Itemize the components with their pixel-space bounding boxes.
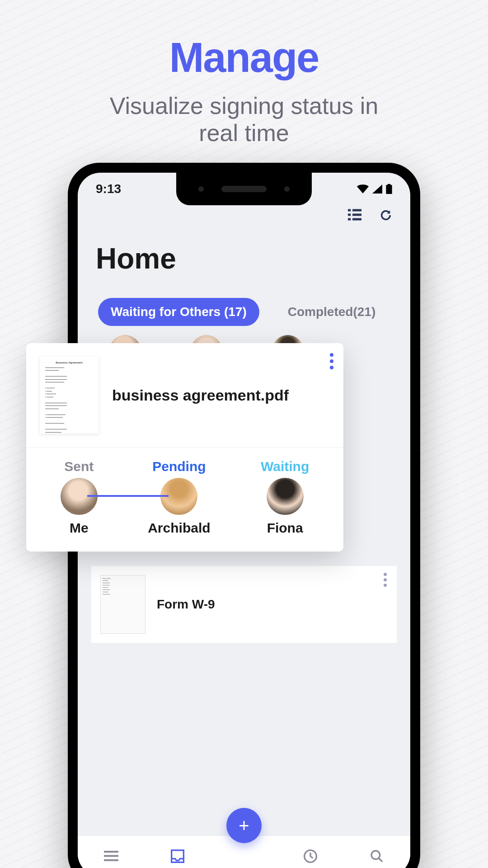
document-name: Form W-9 [157, 597, 215, 612]
phone-notch [176, 173, 312, 205]
signer-name: Me [70, 520, 89, 536]
hero-subtitle-line1: Visualize signing status in [110, 93, 379, 119]
page-title: Home [96, 242, 397, 275]
more-options-icon[interactable] [330, 353, 333, 369]
battery-icon [386, 184, 392, 194]
notch-speaker [221, 186, 267, 192]
featured-document-card[interactable]: Business Agreement ━━━━━━━━━━━━━━━━━━━━━… [26, 343, 343, 552]
signer-status: Pending [152, 459, 206, 474]
tab-waiting-for-others[interactable]: Waiting for Others (17) [98, 298, 259, 326]
svg-rect-1 [388, 184, 391, 185]
document-thumbnail: Business Agreement ━━━━━━━━━━━━━━━━━━━━━… [40, 357, 99, 434]
status-time: 9:13 [96, 182, 121, 196]
menu-icon[interactable] [104, 851, 118, 862]
avatar [267, 478, 304, 515]
signer-status: Sent [64, 459, 94, 474]
hero-subtitle: Visualize signing status in real time [0, 93, 488, 147]
svg-rect-5 [352, 214, 361, 216]
plus-icon: + [239, 816, 249, 836]
svg-point-13 [371, 851, 380, 859]
svg-rect-3 [352, 209, 361, 212]
signal-icon [372, 184, 382, 193]
tab-completed[interactable]: Completed(21) [275, 298, 388, 326]
more-options-icon[interactable] [384, 573, 387, 587]
svg-rect-8 [104, 851, 118, 853]
notch-camera-dot [198, 186, 204, 192]
svg-rect-7 [352, 218, 361, 221]
svg-rect-10 [104, 859, 118, 861]
history-icon[interactable] [303, 849, 318, 863]
card-header: Business Agreement ━━━━━━━━━━━━━━━━━━━━━… [26, 343, 343, 447]
hero-title: Manage [0, 34, 488, 81]
search-icon[interactable] [370, 849, 384, 863]
inbox-icon[interactable] [170, 849, 185, 863]
hero-subtitle-line2: real time [199, 120, 289, 146]
signer-name: Fiona [267, 520, 303, 536]
signer-item: Waiting Fiona [261, 459, 309, 536]
document-name: business agreement.pdf [112, 387, 289, 404]
hero-section: Manage Visualize signing status in real … [0, 0, 488, 147]
svg-rect-2 [348, 209, 351, 212]
signer-item: Sent Me [61, 459, 98, 536]
signer-status: Waiting [261, 459, 309, 474]
signer-timeline: Sent Me Pending Archibald Waiting Fiona [26, 448, 343, 552]
refresh-icon[interactable] [380, 209, 392, 222]
document-card[interactable]: Form W-9━━━━━━━━━━━━━━━━━ ━━━━━━━━━━━━━━… [91, 566, 397, 643]
add-button[interactable]: + [226, 808, 262, 843]
wifi-icon [357, 184, 369, 193]
svg-rect-4 [348, 214, 351, 216]
app-header: Home Waiting for Others (17) Completed(2… [78, 200, 410, 367]
signer-name: Archibald [148, 520, 210, 536]
header-actions [91, 209, 397, 222]
signer-item: Pending Archibald [148, 459, 210, 536]
svg-rect-0 [386, 185, 392, 194]
svg-rect-9 [104, 855, 118, 857]
notch-sensor-dot [284, 186, 290, 192]
tabs-row: Waiting for Others (17) Completed(21) [98, 298, 397, 326]
svg-rect-6 [348, 218, 351, 221]
status-icons [357, 184, 392, 194]
timeline-connector [87, 495, 169, 497]
document-thumbnail: Form W-9━━━━━━━━━━━━━━━━━ ━━━━━━━━━━━━━━… [100, 575, 145, 634]
list-view-icon[interactable] [348, 209, 361, 221]
